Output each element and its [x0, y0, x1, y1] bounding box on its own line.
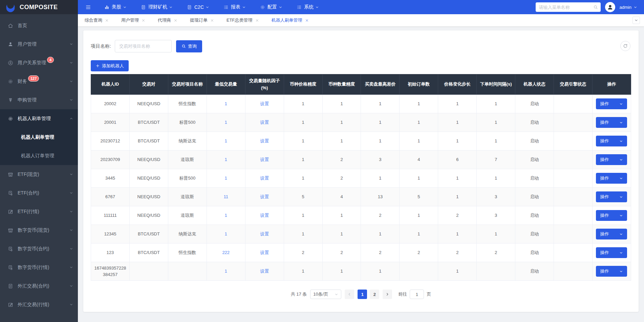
set-link[interactable]: 设置 [260, 157, 269, 162]
sidebar-item-8[interactable]: ETF(合约) [0, 184, 78, 202]
sidebar-item-7[interactable]: ETF(现货) [0, 165, 78, 184]
cell-value: 纳斯达克 [178, 231, 196, 236]
close-icon[interactable] [142, 19, 145, 22]
sidebar-subitem-2[interactable]: 机器人订单管理 [0, 146, 78, 165]
sidebar-item-2[interactable]: 用户管理 [0, 35, 78, 53]
row-action-button[interactable]: 操作 [596, 173, 627, 184]
refresh-button[interactable] [620, 41, 630, 51]
sidebar-item-4[interactable]: 财务127 [0, 72, 78, 91]
tab-2[interactable]: 用户管理 [121, 17, 145, 23]
close-icon[interactable] [105, 19, 109, 22]
close-icon[interactable] [305, 19, 309, 22]
sidebar-item-12[interactable]: 数字货币(行情) [0, 258, 78, 277]
topnav-menu-3[interactable]: C2C [180, 0, 216, 14]
sidebar-item-9[interactable]: ETF(行情) [0, 202, 78, 221]
logo-area: COMPOSITE [0, 0, 78, 14]
sidebar-item-1[interactable]: 首页 [0, 16, 78, 35]
topnav-right: admin [536, 2, 644, 12]
topnav-menu-6[interactable]: 系统 [289, 0, 326, 14]
row-action-button[interactable]: 操作 [596, 266, 627, 277]
sidebar-item-label: 数字货币(现货) [18, 227, 49, 233]
set-link[interactable]: 设置 [260, 138, 269, 143]
cell-value: 3 [495, 194, 497, 199]
set-link[interactable]: 设置 [260, 194, 269, 199]
cell-value: NEEQ/USD [137, 213, 160, 218]
topnav-menu-2[interactable]: 理财矿机 [134, 0, 180, 14]
page-size-select[interactable]: 10条/页 [310, 290, 341, 299]
avatar[interactable] [605, 2, 615, 12]
sidebar-item-3[interactable]: 用户关系管理4 [0, 53, 78, 72]
set-link[interactable]: 设置 [260, 120, 269, 125]
cell-min-volume: 1 [207, 262, 245, 281]
sidebar-item-10[interactable]: 数字货币(现货) [0, 221, 78, 239]
cell-robot-id: 111111 [91, 206, 130, 225]
table-row: 6767NEEQ/USD道琼斯11设置5413513启动操作 [91, 188, 631, 206]
page-button-1[interactable]: 1 [358, 290, 367, 299]
next-page-button[interactable] [383, 290, 392, 299]
menu-search-input[interactable] [536, 2, 601, 12]
row-action-button[interactable]: 操作 [596, 210, 627, 221]
sidebar-item-14[interactable]: 外汇交易(行情) [0, 295, 78, 314]
cell-value: 3445 [105, 176, 115, 181]
add-robot-button[interactable]: 添加机器人 [91, 60, 129, 71]
set-link[interactable]: 设置 [260, 101, 269, 106]
row-action-button[interactable]: 操作 [596, 191, 627, 202]
cell-pair: NEEQ/USD [129, 169, 168, 188]
cell-value: 2 [340, 176, 343, 181]
topnav-menu-4[interactable]: 报表 [216, 0, 253, 14]
chevron-down-icon [69, 172, 73, 176]
sidebar-item-11[interactable]: 数字货币(合约) [0, 239, 78, 258]
table-row: 3445NEEQ/USD标普5001设置121111启动操作 [91, 169, 631, 188]
close-icon[interactable] [210, 19, 214, 22]
set-link[interactable]: 设置 [260, 250, 269, 255]
row-action-button[interactable]: 操作 [596, 247, 627, 258]
topnav-menu-5[interactable]: 配置 [253, 0, 289, 14]
sidebar-subitem-1[interactable]: 机器人刷单管理 [0, 128, 78, 146]
cell-value: 1 [379, 138, 381, 143]
set-link[interactable]: 设置 [260, 213, 269, 218]
cell-value: 1 [225, 176, 227, 181]
cell-project-name: 恒生指数 [168, 95, 207, 113]
sidebar-item-13[interactable]: 外汇交易(合约) [0, 277, 78, 295]
close-icon[interactable] [174, 19, 177, 22]
sidebar-toggle-button[interactable] [78, 0, 97, 14]
set-link[interactable]: 设置 [260, 231, 269, 236]
cell-value: 5 [302, 194, 304, 199]
cell-value: 1 [340, 231, 343, 236]
chevron-down-icon [69, 98, 73, 102]
tab-4[interactable]: 提现订单 [190, 17, 214, 23]
tab-3[interactable]: 代理商 [158, 17, 177, 23]
column-header: 币种数量精度 [322, 74, 361, 95]
user-menu[interactable]: admin [620, 5, 637, 10]
row-action-button[interactable]: 操作 [596, 229, 627, 239]
topnav-menu-1[interactable]: 美股 [97, 0, 134, 14]
prev-page-button[interactable] [345, 290, 354, 299]
row-action-button[interactable]: 操作 [596, 98, 627, 109]
row-action-button[interactable]: 操作 [596, 117, 627, 128]
cell-action: 操作 [592, 188, 631, 206]
tabs-dropdown-button[interactable] [632, 17, 640, 24]
goto-page-input[interactable] [410, 290, 424, 299]
tab-1[interactable]: 综合查询 [85, 17, 109, 23]
close-icon[interactable] [255, 19, 259, 22]
chevron-down-icon [69, 191, 73, 195]
shop-icon [8, 228, 13, 233]
cell-pair: NEEQ/USD [129, 188, 168, 206]
tab-6[interactable]: 机器人刷单管理 [272, 17, 309, 23]
cell-engine-status [554, 132, 593, 151]
sidebar-item-5[interactable]: 申购管理 [0, 91, 78, 109]
project-name-input[interactable] [115, 40, 172, 52]
set-link[interactable]: 设置 [260, 176, 269, 181]
cell-pair: NEEQ/USD [129, 206, 168, 225]
tab-5[interactable]: ETF总类管理 [227, 17, 259, 23]
query-button[interactable]: 查询 [176, 40, 202, 52]
cell-price-precision: 5 [284, 188, 322, 206]
set-link[interactable]: 设置 [260, 269, 269, 274]
row-action-button[interactable]: 操作 [596, 154, 627, 165]
column-header: 交易引擎状态 [554, 74, 593, 95]
cell-value: 2 [379, 250, 381, 255]
cell-value: 1 [302, 269, 304, 274]
page-button-2[interactable]: 2 [370, 290, 379, 299]
row-action-button[interactable]: 操作 [596, 136, 627, 146]
sidebar-item-6[interactable]: 机器人刷单管理 [0, 109, 78, 128]
